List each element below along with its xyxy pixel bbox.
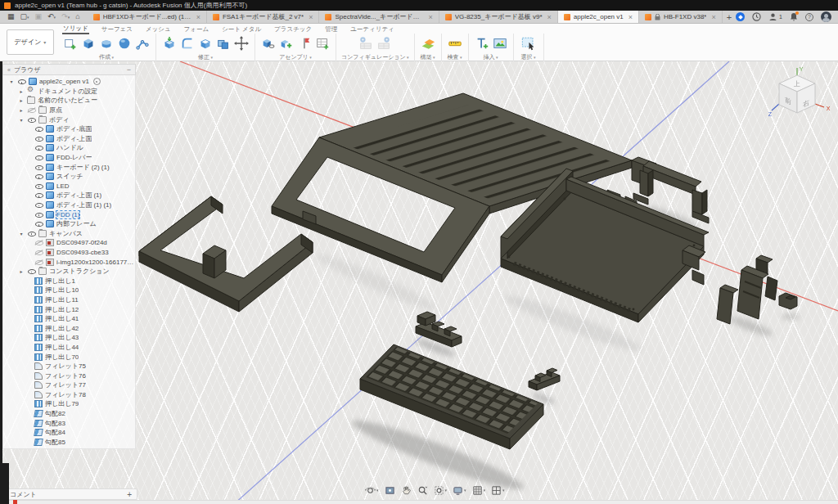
expand-closed-icon[interactable] xyxy=(18,107,25,113)
visibility-on-icon[interactable] xyxy=(34,135,43,142)
visibility-on-icon[interactable] xyxy=(34,164,43,171)
browser-tree-item[interactable]: 原点 xyxy=(3,106,135,115)
document-tab[interactable]: VG-8235_キーボード基板 v9* xyxy=(439,11,558,23)
look-at-icon[interactable] xyxy=(385,485,395,496)
visibility-on-icon[interactable] xyxy=(27,116,36,124)
sketch-tool-icon[interactable] xyxy=(62,35,79,52)
browser-tree-item[interactable]: フィレット77 xyxy=(3,380,135,390)
browser-tree-item[interactable]: ハンドル xyxy=(3,143,135,153)
revolve-tool-icon[interactable] xyxy=(98,35,115,52)
browser-tree-item[interactable]: 押し出し10 xyxy=(3,286,135,295)
browser-tree-item[interactable]: 勾配85 xyxy=(3,438,135,448)
part-led-bracket[interactable] xyxy=(529,368,560,390)
part-small-bracket[interactable] xyxy=(779,293,797,309)
item-label[interactable]: ボディ-上面 (1) xyxy=(56,191,101,200)
browser-tree-item[interactable]: フィレット75 xyxy=(3,362,135,371)
collapse-panel-icon[interactable]: « xyxy=(7,67,11,73)
visibility-on-icon[interactable] xyxy=(27,230,36,237)
visibility-on-icon[interactable] xyxy=(34,125,43,133)
browser-tree-item[interactable]: キーボード (2) (1) xyxy=(3,162,135,172)
group-insert-label[interactable]: 挿入 xyxy=(484,53,498,61)
browser-tree-item[interactable]: 内部フレーム xyxy=(3,219,135,229)
browser-tree-item[interactable]: LED xyxy=(3,182,135,191)
tab-close-icon[interactable] xyxy=(547,13,552,21)
browser-tree-item[interactable]: 名前の付いたビュー xyxy=(3,96,135,106)
extensions-icon[interactable] xyxy=(736,12,745,21)
item-label[interactable]: フィレット77 xyxy=(45,380,86,389)
item-label[interactable]: 押し出し70 xyxy=(45,353,79,362)
browser-tree-item[interactable]: 押し出し44 xyxy=(3,343,135,353)
item-label[interactable]: 押し出し79 xyxy=(45,399,79,408)
document-tab[interactable]: HB-F1XD v38* xyxy=(639,11,723,23)
browser-tree-item[interactable]: 押し出し11 xyxy=(3,295,135,305)
document-tab[interactable]: SpectraVide..._キーボード基板 v6 xyxy=(319,11,439,23)
item-label[interactable]: DSC09497-0f24d xyxy=(56,239,107,246)
item-label[interactable]: ボディ-上面 xyxy=(56,134,92,143)
job-status-icon[interactable] xyxy=(752,12,761,21)
grid-settings-icon[interactable]: ▾ xyxy=(472,485,486,496)
combine-tool-icon[interactable] xyxy=(215,35,232,52)
browser-tree-item[interactable]: 勾配83 xyxy=(3,418,135,428)
visibility-on-icon[interactable] xyxy=(17,78,26,85)
item-label[interactable]: LED xyxy=(56,182,70,190)
browser-tree-item[interactable]: ボディ-上面 (1) (1) xyxy=(3,200,135,210)
file-menu-icon[interactable]: ▾ xyxy=(20,13,29,20)
ribbon-env-tab[interactable]: メッシュ xyxy=(145,25,172,34)
tab-close-icon[interactable] xyxy=(196,13,200,21)
tab-close-icon[interactable] xyxy=(628,13,633,21)
item-label[interactable]: FDD-レバー xyxy=(56,153,92,162)
bom-tool-icon[interactable] xyxy=(314,35,331,52)
new-component-tool-icon[interactable] xyxy=(260,35,277,52)
group-assemble-label[interactable]: アセンブリ xyxy=(279,53,312,61)
pipe-tool-icon[interactable] xyxy=(134,35,151,52)
item-label[interactable]: フィレット76 xyxy=(45,371,86,380)
rigid-group-tool-icon[interactable] xyxy=(296,35,313,52)
visibility-on-icon[interactable] xyxy=(34,201,43,209)
ribbon-env-tab[interactable]: プラスチック xyxy=(273,25,313,34)
group-construct-label[interactable]: 構築 xyxy=(421,53,435,61)
browser-tree-item[interactable]: ボディ xyxy=(3,115,135,124)
ribbon-env-tab[interactable]: 管理 xyxy=(324,25,338,34)
viewports-icon[interactable]: ▾ xyxy=(491,485,505,496)
item-label[interactable]: DSC09493-cbe33 xyxy=(56,249,109,256)
item-label[interactable]: 押し出し44 xyxy=(45,343,79,352)
browser-tree-item[interactable]: キャンバス xyxy=(3,229,135,239)
visibility-off-icon[interactable] xyxy=(27,106,36,114)
item-label[interactable]: 押し出し11 xyxy=(45,295,79,304)
item-label[interactable]: コンストラクション xyxy=(49,267,110,276)
tab-close-icon[interactable] xyxy=(428,13,432,21)
item-label[interactable]: 押し出し12 xyxy=(45,305,79,314)
collaborators-icon[interactable]: 1 xyxy=(768,12,782,21)
group-inspect-label[interactable]: 検査 xyxy=(448,53,462,61)
item-label[interactable]: 押し出し41 xyxy=(45,314,79,323)
select-tool-icon[interactable] xyxy=(519,34,538,53)
browser-tree-item[interactable]: FDD (1) xyxy=(3,209,135,219)
ribbon-env-tab[interactable]: フォーム xyxy=(183,25,210,34)
visibility-on-icon[interactable] xyxy=(34,191,43,199)
item-label[interactable]: ボディ-上面 (1) (1) xyxy=(56,200,111,209)
press-pull-tool-icon[interactable] xyxy=(161,35,178,52)
tab-close-icon[interactable] xyxy=(309,13,313,21)
tab-close-icon[interactable] xyxy=(711,13,715,21)
browser-tree-item[interactable]: ドキュメントの設定 xyxy=(3,87,135,97)
item-label[interactable]: i-img1200x1200-1661779666m... xyxy=(56,259,135,266)
undo-icon[interactable]: ▾ xyxy=(47,13,56,20)
browser-tree-item[interactable]: FDD-レバー xyxy=(3,153,135,163)
item-label[interactable]: apple2c_open v1 xyxy=(39,78,89,85)
visibility-on-icon[interactable] xyxy=(34,220,43,227)
browser-tree-item[interactable]: 押し出し70 xyxy=(3,352,135,362)
insert-canvas-tool-icon[interactable] xyxy=(492,35,508,52)
ribbon-env-tab[interactable]: ソリッド xyxy=(62,25,89,34)
browser-tree-item[interactable]: apple2c_open v1 xyxy=(3,77,135,87)
item-label[interactable]: 押し出し1 xyxy=(45,277,75,286)
browser-tree-item[interactable]: 押し出し43 xyxy=(3,333,135,343)
extrude-tool-icon[interactable] xyxy=(80,35,97,52)
comment-panel[interactable]: コメント + xyxy=(4,488,137,500)
visibility-off-icon[interactable] xyxy=(34,239,43,246)
new-tab-button[interactable]: + xyxy=(723,11,736,23)
comment-add-button[interactable]: + xyxy=(127,490,132,499)
document-tab[interactable]: FSA1キーボード基板_2 v7* xyxy=(207,11,320,23)
zoom-icon[interactable] xyxy=(417,485,428,496)
browser-tree-item[interactable]: i-img1200x1200-1661779666m... xyxy=(3,257,135,267)
visibility-on-icon[interactable] xyxy=(34,154,43,161)
